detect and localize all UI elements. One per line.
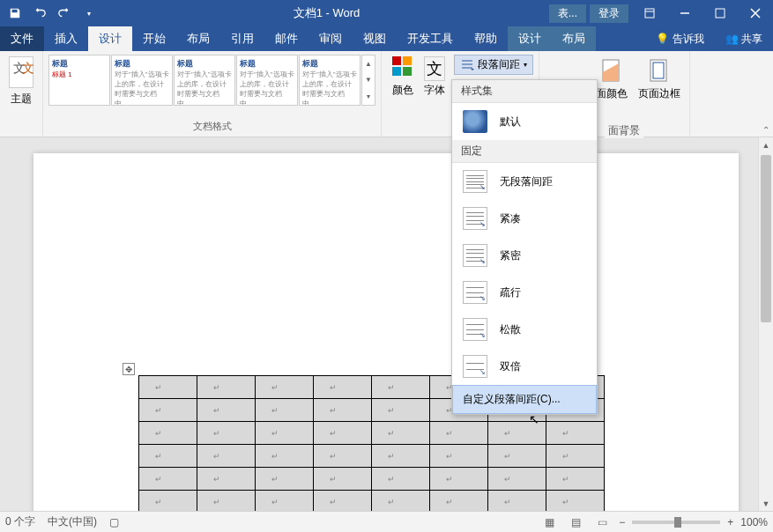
spacing-compact[interactable]: ↘ 紧凑 (452, 200, 597, 237)
scroll-down-icon[interactable]: ▼ (759, 496, 773, 511)
style-card[interactable]: 标题对于"插入"选项卡上的库，在设计时需要与文档中… (111, 55, 173, 106)
spacing-open-icon: ↘ (463, 281, 487, 304)
table-row (139, 491, 605, 512)
spacing-compact-icon: ↘ (463, 207, 487, 230)
tab-table-design[interactable]: 设计 (508, 26, 552, 51)
macro-status-icon[interactable]: ▢ (109, 516, 119, 528)
tab-view[interactable]: 视图 (353, 26, 397, 51)
style-card[interactable]: 标题标题 1 (48, 55, 110, 106)
dropdown-section-fixed: 固定 (452, 140, 597, 163)
close-button[interactable] (738, 0, 773, 26)
tab-help[interactable]: 帮助 (464, 26, 508, 51)
save-button[interactable] (4, 2, 26, 25)
tab-mailings[interactable]: 邮件 (264, 26, 308, 51)
word-count[interactable]: 0 个字 (5, 514, 35, 529)
document-area: ✥ ↵ ▲ ▼ (0, 137, 773, 511)
tab-design[interactable]: 设计 (88, 26, 132, 51)
paragraph-spacing-dropdown: 样式集 默认 固定 ↘ 无段落间距 ↘ 紧凑 ↘ 紧密 ↘ 疏行 ↘ 松散 ↘ … (451, 79, 598, 415)
spacing-none[interactable]: ↘ 无段落间距 (452, 163, 597, 200)
collapse-ribbon-button[interactable]: ⌃ (762, 125, 769, 135)
dropdown-section-styleset: 样式集 (452, 80, 597, 103)
table-move-handle[interactable]: ✥ (123, 363, 135, 375)
page-borders-button[interactable]: 页面边框 (635, 55, 684, 103)
paragraph-spacing-button[interactable]: 段落间距▾ (454, 55, 533, 75)
table-tools-context[interactable]: 表... (549, 4, 586, 23)
default-icon (463, 110, 487, 133)
lightbulb-icon: 💡 (656, 33, 669, 45)
spacing-icon (460, 58, 474, 72)
tab-file[interactable]: 文件 (0, 26, 44, 51)
colors-button[interactable]: 颜色 (387, 55, 419, 100)
print-layout-button[interactable]: ▤ (566, 514, 585, 530)
page-color-icon (598, 56, 626, 85)
chevron-down-icon[interactable]: ▼ (362, 72, 375, 88)
vertical-scrollbar[interactable]: ▲ ▼ (758, 137, 773, 511)
spacing-default[interactable]: 默认 (452, 103, 597, 140)
status-bar: 0 个字 中文(中国) ▢ ▦ ▤ ▭ − + 100% (0, 511, 773, 532)
themes-group: 主题 (0, 51, 43, 137)
fonts-button[interactable]: 文 字体 (419, 55, 450, 100)
scrollbar-thumb[interactable] (761, 155, 771, 322)
minimize-button[interactable] (667, 0, 702, 26)
tab-insert[interactable]: 插入 (44, 26, 88, 51)
spacing-open[interactable]: ↘ 疏行 (452, 274, 597, 311)
spacing-tight[interactable]: ↘ 紧密 (452, 237, 597, 274)
tab-devtools[interactable]: 开发工具 (397, 26, 464, 51)
style-card[interactable]: 标题对于"插入"选项卡上的库，在设计时需要与文档中… (174, 55, 235, 106)
group-label: 文档格式 (48, 118, 375, 133)
group-label-page-bg: 面背景 (605, 123, 643, 138)
quick-access-toolbar: ▾ (0, 2, 104, 25)
titlebar-right: 表... 登录 (549, 0, 773, 26)
share-icon: 👥 (725, 33, 739, 45)
undo-button[interactable] (28, 2, 51, 25)
themes-button[interactable]: 主题 (5, 55, 37, 108)
redo-button[interactable] (53, 2, 76, 25)
share-button[interactable]: 👥 共享 (715, 32, 773, 47)
style-set-gallery[interactable]: 标题标题 1 标题对于"插入"选项卡上的库，在设计时需要与文档中… 标题对于"插… (48, 55, 375, 106)
zoom-level[interactable]: 100% (740, 516, 768, 528)
style-gallery-scroll[interactable]: ▲▼▾ (361, 55, 375, 106)
svg-rect-3 (716, 9, 725, 18)
language-status[interactable]: 中文(中国) (48, 514, 97, 529)
fonts-icon: 文 (424, 56, 445, 81)
read-mode-button[interactable]: ▦ (539, 514, 559, 530)
table-row (139, 468, 605, 491)
spacing-custom[interactable]: 自定义段落间距(C)... (452, 385, 597, 414)
table-row (139, 445, 605, 468)
window-title: 文档1 - Word (104, 5, 549, 21)
tab-table-layout[interactable]: 布局 (552, 26, 596, 51)
qat-more-button[interactable]: ▾ (78, 2, 100, 25)
scroll-up-icon[interactable]: ▲ (759, 137, 773, 152)
zoom-slider-thumb[interactable] (674, 517, 681, 528)
tell-me-button[interactable]: 💡 告诉我 (645, 32, 714, 47)
zoom-out-button[interactable]: − (619, 516, 625, 528)
table-row (139, 422, 605, 445)
page-color-button[interactable]: 面颜色 (592, 55, 631, 103)
tab-layout[interactable]: 布局 (176, 26, 220, 51)
zoom-in-button[interactable]: + (727, 516, 733, 528)
ribbon: 主题 标题标题 1 标题对于"插入"选项卡上的库，在设计时需要与文档中… 标题对… (0, 51, 773, 137)
expand-icon[interactable]: ▾ (362, 89, 375, 105)
ribbon-tabs: 文件 插入 设计 开始 布局 引用 邮件 审阅 视图 开发工具 帮助 设计 布局… (0, 26, 773, 51)
zoom-slider[interactable] (632, 521, 720, 524)
spacing-none-icon: ↘ (463, 170, 487, 193)
spacing-relaxed-icon: ↘ (463, 318, 487, 341)
tab-home[interactable]: 开始 (132, 26, 176, 51)
chevron-up-icon[interactable]: ▲ (362, 55, 375, 71)
spacing-relaxed[interactable]: ↘ 松散 (452, 311, 597, 348)
tab-references[interactable]: 引用 (220, 26, 264, 51)
spacing-double[interactable]: ↘ 双倍 (452, 348, 597, 385)
colors-icon (392, 56, 413, 81)
style-card[interactable]: 标题对于"插入"选项卡上的库，在设计时需要与文档中… (299, 55, 360, 106)
style-card[interactable]: 标题对于"插入"选项卡上的库，在设计时需要与文档中… (236, 55, 298, 106)
themes-icon (9, 56, 33, 88)
document-formatting-group: 标题标题 1 标题对于"插入"选项卡上的库，在设计时需要与文档中… 标题对于"插… (43, 51, 382, 137)
tab-review[interactable]: 审阅 (308, 26, 353, 51)
spacing-tight-icon: ↘ (463, 244, 487, 267)
ribbon-display-button[interactable] (632, 0, 667, 26)
title-bar: ▾ 文档1 - Word 表... 登录 (0, 0, 773, 26)
maximize-button[interactable] (702, 0, 738, 26)
page-border-icon (645, 56, 673, 85)
web-layout-button[interactable]: ▭ (592, 514, 612, 530)
login-button[interactable]: 登录 (590, 4, 628, 23)
